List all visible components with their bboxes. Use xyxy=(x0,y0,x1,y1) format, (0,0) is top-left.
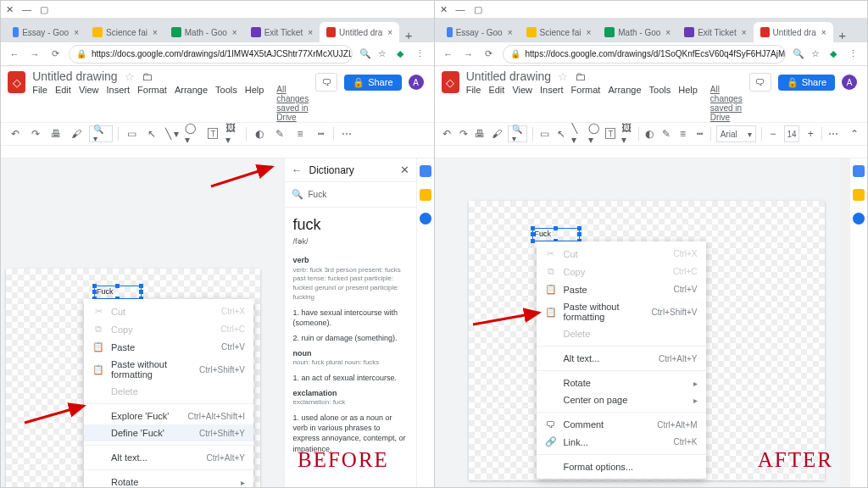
font-family[interactable]: Arial▾ xyxy=(716,125,757,142)
menu-insert[interactable]: Insert xyxy=(540,85,564,122)
selected-textbox[interactable]: Fuck xyxy=(532,228,580,241)
star-doc-icon[interactable]: ☆ xyxy=(125,70,135,83)
account-avatar[interactable]: A xyxy=(409,75,424,90)
browser-tab[interactable]: Essay - Goo× xyxy=(440,22,520,42)
url-field[interactable]: 🔒 https://docs.google.com/drawings/d/1IM… xyxy=(69,45,353,64)
browser-tab[interactable]: Science fai× xyxy=(86,22,164,42)
ext-icon[interactable]: ◆ xyxy=(830,48,842,60)
menu-edit[interactable]: Edit xyxy=(55,85,71,122)
font-dec[interactable]: − xyxy=(767,126,779,141)
share-button[interactable]: 🔒 Share xyxy=(778,75,835,91)
browser-tab[interactable]: Untitled dra× xyxy=(320,22,399,42)
tasks-addon-icon[interactable] xyxy=(853,213,865,225)
border-color[interactable]: ✎ xyxy=(660,126,672,141)
border-color[interactable]: ✎ xyxy=(272,126,287,141)
forward-button[interactable]: → xyxy=(462,47,476,61)
redo-button[interactable]: ↷ xyxy=(28,126,43,141)
menu-item[interactable]: 📋Paste without formattingCtrl+Shift+V xyxy=(84,356,253,383)
maximize-icon[interactable]: ▢ xyxy=(474,5,482,14)
calendar-addon-icon[interactable] xyxy=(420,165,431,177)
tasks-addon-icon[interactable] xyxy=(420,213,431,225)
print-button[interactable]: 🖶 xyxy=(475,126,487,141)
menu-item[interactable]: 🗨CommentCtrl+Alt+M xyxy=(537,416,706,433)
menu-tools[interactable]: Tools xyxy=(215,85,237,122)
menu-icon[interactable]: ⋮ xyxy=(415,48,427,60)
reload-button[interactable]: ⟳ xyxy=(482,47,496,61)
back-button[interactable]: ← xyxy=(442,47,455,61)
menu-item[interactable]: Alt text...Ctrl+Alt+Y xyxy=(84,449,253,466)
share-button[interactable]: 🔒 Share xyxy=(344,75,401,91)
more-button[interactable]: ⋯ xyxy=(827,126,839,141)
zoom-menu[interactable]: 🔍 ▾ xyxy=(508,125,528,142)
menu-item[interactable]: 📋Paste without formattingCtrl+Shift+V xyxy=(537,298,706,325)
ext-icon[interactable]: ◆ xyxy=(397,48,409,60)
close-icon[interactable]: ✕ xyxy=(6,5,14,14)
menu-arrange[interactable]: Arrange xyxy=(175,85,208,122)
star-icon[interactable]: ☆ xyxy=(378,48,390,60)
browser-tab[interactable]: Math - Goo× xyxy=(598,22,677,42)
menu-item[interactable]: 🔗Link...Ctrl+K xyxy=(537,433,706,451)
fill-color[interactable]: ◐ xyxy=(252,126,267,141)
line-tool[interactable]: ╲ ▾ xyxy=(164,126,180,141)
back-button[interactable]: ← xyxy=(8,47,21,61)
menu-view[interactable]: View xyxy=(512,85,532,122)
print-button[interactable]: 🖶 xyxy=(48,126,64,141)
font-inc[interactable]: + xyxy=(804,126,816,141)
select-tool[interactable]: ▭ xyxy=(124,126,139,141)
menu-item[interactable]: Rotate▸ xyxy=(84,474,253,488)
browser-tab[interactable]: Math - Goo× xyxy=(164,22,244,42)
menu-item[interactable]: Explore 'Fuck'Ctrl+Alt+Shift+I xyxy=(84,408,253,424)
menu-item[interactable]: Center on page▸ xyxy=(537,391,706,408)
browser-tab[interactable]: Untitled dra× xyxy=(754,22,833,42)
menu-format[interactable]: Format xyxy=(571,85,601,122)
shape-tool[interactable]: ◯ ▾ xyxy=(588,126,600,141)
star-icon[interactable]: ☆ xyxy=(811,48,823,60)
minimize-icon[interactable]: — xyxy=(22,5,31,14)
menu-item[interactable]: 📋PasteCtrl+V xyxy=(84,338,253,356)
keep-addon-icon[interactable] xyxy=(420,189,431,201)
drawing-canvas[interactable]: Fuck ✂CutCtrl+X⧉CopyCtrl+C📋PasteCtrl+V📋P… xyxy=(435,158,850,488)
back-icon[interactable]: ← xyxy=(292,164,303,176)
font-size[interactable]: 14 xyxy=(784,125,800,142)
forward-button[interactable]: → xyxy=(28,47,42,61)
drawings-logo[interactable]: ◇ xyxy=(442,71,459,93)
browser-tab[interactable]: Essay - Goo× xyxy=(6,22,86,42)
textbox-tool[interactable]: 🅃 xyxy=(605,126,617,141)
doc-title[interactable]: Untitled drawing xyxy=(466,69,551,83)
more-button[interactable]: ⋯ xyxy=(339,126,354,141)
select-tool[interactable]: ▭ xyxy=(538,126,550,141)
find-icon[interactable]: 🔍 xyxy=(359,48,371,60)
menu-item[interactable]: Format options... xyxy=(537,458,706,475)
doc-title[interactable]: Untitled drawing xyxy=(32,69,117,83)
maximize-icon[interactable]: ▢ xyxy=(40,5,48,14)
new-tab-button[interactable]: + xyxy=(833,28,852,42)
new-tab-button[interactable]: + xyxy=(399,28,418,42)
star-doc-icon[interactable]: ☆ xyxy=(558,70,568,83)
menu-view[interactable]: View xyxy=(79,85,99,122)
border-dash[interactable]: ┅ xyxy=(313,126,328,141)
menu-file[interactable]: File xyxy=(466,85,481,122)
border-weight[interactable]: ≡ xyxy=(677,126,689,141)
menu-format[interactable]: Format xyxy=(137,85,167,122)
find-icon[interactable]: 🔍 xyxy=(793,48,804,60)
keep-addon-icon[interactable] xyxy=(853,189,865,201)
browser-tab[interactable]: Science fai× xyxy=(520,22,598,42)
menu-icon[interactable]: ⋮ xyxy=(849,48,860,60)
menu-help[interactable]: Help xyxy=(678,85,698,122)
shape-tool[interactable]: ◯ ▾ xyxy=(185,126,200,141)
menu-item[interactable]: Define 'Fuck'Ctrl+Shift+Y xyxy=(84,424,253,441)
chevron-up-icon[interactable]: ⌃ xyxy=(849,126,860,141)
line-tool[interactable]: ╲ ▾ xyxy=(571,126,583,141)
border-weight[interactable]: ≡ xyxy=(292,126,308,141)
scrollbar[interactable] xyxy=(840,158,849,488)
menu-arrange[interactable]: Arrange xyxy=(608,85,641,122)
menu-item[interactable]: 📋PasteCtrl+V xyxy=(537,280,706,298)
paint-format-button[interactable]: 🖌 xyxy=(69,126,84,141)
menu-tools[interactable]: Tools xyxy=(649,85,671,122)
drawings-logo[interactable]: ◇ xyxy=(8,71,25,93)
cursor-tool[interactable]: ↖ xyxy=(144,126,159,141)
url-field[interactable]: 🔒 https://docs.google.com/drawings/d/1So… xyxy=(503,45,787,64)
image-tool[interactable]: 🖼 ▾ xyxy=(621,126,633,141)
close-icon[interactable]: ✕ xyxy=(400,164,409,176)
menu-item[interactable]: Alt text...Ctrl+Alt+Y xyxy=(537,350,706,367)
